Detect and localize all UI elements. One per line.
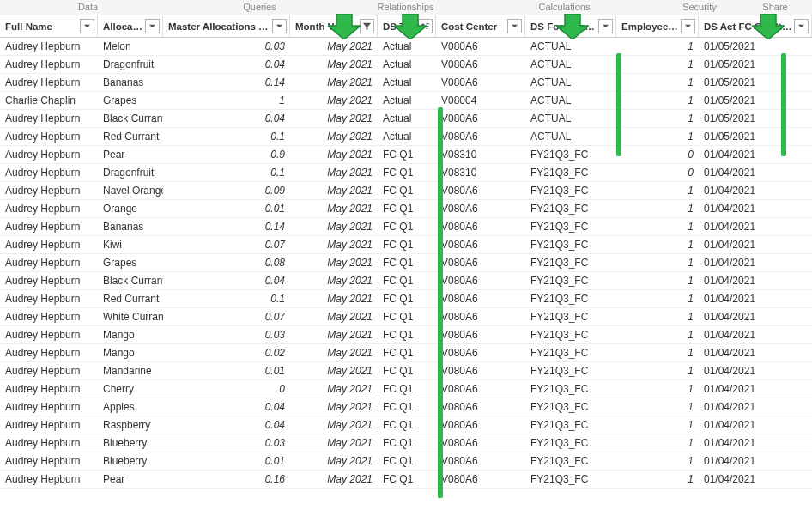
- cell-fte: 1: [616, 471, 699, 489]
- cell-fullname: Audrey Hepburn: [0, 74, 98, 92]
- column-header-dsforecast[interactable]: DS Forecast Quarter: [525, 15, 616, 37]
- cell-dsforecast: ACTUAL: [525, 92, 616, 110]
- cell-fte: 1: [616, 110, 699, 128]
- cell-month: May 2021: [290, 272, 378, 290]
- dropdown-icon[interactable]: [272, 19, 287, 33]
- cell-allocation: White Currant: [98, 308, 163, 326]
- table-row[interactable]: Audrey HepburnBlueberry0.03May 2021FC Q1…: [0, 434, 812, 452]
- cell-dsact: 01/04/2021: [699, 200, 812, 218]
- table-row[interactable]: Audrey HepburnOrange0.01May 2021FC Q1V08…: [0, 200, 812, 218]
- cell-dsforecast: FY21Q3_FC: [525, 290, 616, 308]
- ribbon-tab[interactable]: Data: [0, 0, 176, 15]
- cell-dsact: 01/04/2021: [699, 182, 812, 200]
- table-row[interactable]: Audrey HepburnMango0.03May 2021FC Q1V080…: [0, 326, 812, 344]
- cell-dsact: 01/04/2021: [699, 272, 812, 290]
- cell-fte: 1: [616, 362, 699, 380]
- column-header-label: DS Act FC Qtr Start: [704, 21, 792, 32]
- dropdown-icon[interactable]: [794, 19, 809, 33]
- table-row[interactable]: Audrey HepburnPear0.9May 2021FC Q1V08310…: [0, 146, 812, 164]
- cell-costcenter: V080A6: [436, 380, 525, 398]
- cell-costcenter: V08004: [436, 92, 525, 110]
- table-row[interactable]: Audrey HepburnNavel Orange0.09May 2021FC…: [0, 182, 812, 200]
- cell-allocation: Grapes: [98, 92, 163, 110]
- column-header-allocation[interactable]: Allocation: [98, 15, 163, 37]
- table-row[interactable]: Audrey HepburnRaspberry0.04May 2021FC Q1…: [0, 416, 812, 434]
- table-row[interactable]: Charlie ChaplinGrapes1May 2021ActualV080…: [0, 92, 812, 110]
- cell-dsact: 01/04/2021: [699, 398, 812, 416]
- cell-master: 0.01: [163, 452, 290, 471]
- cell-dstype: FC Q1: [378, 434, 436, 452]
- cell-allocation: Dragonfruit: [98, 56, 163, 74]
- column-header-dstype[interactable]: DS Type: [378, 15, 436, 37]
- cell-fte: 1: [616, 380, 699, 398]
- cell-month: May 2021: [290, 74, 378, 92]
- table-row[interactable]: Audrey HepburnBlack Currant0.04May 2021A…: [0, 110, 812, 128]
- cell-dsact: 01/04/2021: [699, 236, 812, 254]
- column-header-month[interactable]: Month Version: [290, 15, 378, 37]
- dropdown-icon[interactable]: [681, 19, 695, 33]
- cell-costcenter: V080A6: [436, 56, 525, 74]
- cell-fte: 1: [616, 452, 699, 471]
- cell-dstype: FC Q1: [378, 452, 436, 471]
- table-row[interactable]: Audrey HepburnMango0.02May 2021FC Q1V080…: [0, 344, 812, 362]
- cell-master: 0.02: [163, 344, 290, 362]
- table-row[interactable]: Audrey HepburnDragonfruit0.1May 2021FC Q…: [0, 164, 812, 182]
- cell-master: 0.1: [163, 164, 290, 182]
- table-row[interactable]: Audrey HepburnApples0.04May 2021FC Q1V08…: [0, 398, 812, 416]
- table-row[interactable]: Audrey HepburnMelon0.03May 2021ActualV08…: [0, 38, 812, 56]
- table-row[interactable]: Audrey HepburnDragonfruit0.04May 2021Act…: [0, 56, 812, 74]
- cell-month: May 2021: [290, 308, 378, 326]
- table-row[interactable]: Audrey HepburnBananas0.14May 2021ActualV…: [0, 74, 812, 92]
- cell-allocation: Melon: [98, 38, 163, 56]
- cell-fte: 1: [616, 38, 699, 56]
- filter-icon[interactable]: [360, 19, 374, 33]
- cell-fullname: Audrey Hepburn: [0, 398, 98, 416]
- column-header-fte[interactable]: Employee FTE Equ: [616, 15, 699, 37]
- table-row[interactable]: Audrey HepburnPear0.16May 2021FC Q1V080A…: [0, 471, 812, 489]
- cell-fte: 1: [616, 56, 699, 74]
- table-row[interactable]: Audrey HepburnGrapes0.08May 2021FC Q1V08…: [0, 254, 812, 272]
- column-header-dsact[interactable]: DS Act FC Qtr Start: [699, 15, 812, 37]
- cell-month: May 2021: [290, 200, 378, 218]
- ribbon-tab[interactable]: Queries: [176, 0, 343, 15]
- cell-costcenter: V080A6: [436, 471, 525, 489]
- table-row[interactable]: Audrey HepburnMandarine0.01May 2021FC Q1…: [0, 362, 812, 380]
- table-row[interactable]: Audrey HepburnRed Currant0.1May 2021Actu…: [0, 128, 812, 146]
- column-header-fullname[interactable]: Full Name: [0, 15, 98, 37]
- cell-month: May 2021: [290, 110, 378, 128]
- dropdown-icon[interactable]: [507, 19, 522, 33]
- ribbon-tab[interactable]: Relationships: [343, 0, 468, 15]
- dropdown-icon[interactable]: [145, 19, 160, 33]
- table-row[interactable]: Audrey HepburnCherry0May 2021FC Q1V080A6…: [0, 380, 812, 398]
- table-row[interactable]: Audrey HepburnWhite Currant0.07May 2021F…: [0, 308, 812, 326]
- cell-month: May 2021: [290, 380, 378, 398]
- column-header-label: Master Allocations Forecast: [168, 21, 270, 32]
- column-header-master[interactable]: Master Allocations Forecast: [163, 15, 290, 37]
- table-row[interactable]: Audrey HepburnKiwi0.07May 2021FC Q1V080A…: [0, 236, 812, 254]
- cell-dsforecast: FY21Q3_FC: [525, 200, 616, 218]
- cell-fullname: Audrey Hepburn: [0, 434, 98, 452]
- column-header-costcenter[interactable]: Cost Center: [436, 15, 525, 37]
- dropdown-icon[interactable]: [80, 19, 94, 33]
- cell-dstype: Actual: [378, 128, 436, 146]
- cell-costcenter: V080A6: [436, 182, 525, 200]
- sort-icon[interactable]: [418, 19, 433, 33]
- table-row[interactable]: Audrey HepburnBananas0.14May 2021FC Q1V0…: [0, 218, 812, 236]
- cell-fullname: Audrey Hepburn: [0, 56, 98, 74]
- cell-master: 0.07: [163, 308, 290, 326]
- cell-month: May 2021: [290, 164, 378, 182]
- ribbon-tab[interactable]: Share: [738, 0, 812, 15]
- cell-dsact: 01/05/2021: [699, 128, 812, 146]
- dropdown-icon[interactable]: [598, 19, 613, 33]
- ribbon-tab[interactable]: Calculations: [468, 0, 661, 15]
- cell-allocation: Apples: [98, 398, 163, 416]
- cell-master: 0.14: [163, 218, 290, 236]
- table-row[interactable]: Audrey HepburnRed Currant0.1May 2021FC Q…: [0, 290, 812, 308]
- ribbon-tab[interactable]: Security: [661, 0, 738, 15]
- cell-dsforecast: FY21Q3_FC: [525, 471, 616, 489]
- table-row[interactable]: Audrey HepburnBlack Currant0.04May 2021F…: [0, 272, 812, 290]
- table-row[interactable]: Audrey HepburnBlueberry0.01May 2021FC Q1…: [0, 452, 812, 471]
- cell-dsforecast: FY21Q3_FC: [525, 218, 616, 236]
- cell-costcenter: V080A6: [436, 398, 525, 416]
- cell-master: 1: [163, 92, 290, 110]
